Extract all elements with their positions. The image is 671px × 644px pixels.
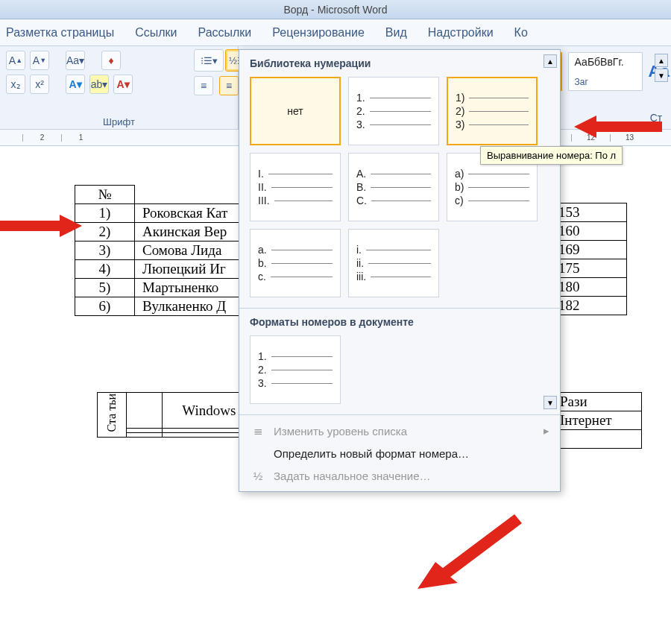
tab-page-layout[interactable]: Разметка страницы: [6, 26, 114, 40]
table-cell[interactable]: 182: [552, 297, 627, 315]
align-right-icon[interactable]: ≡: [219, 76, 239, 95]
table-articles-right: Рази Iнтернет: [552, 392, 642, 449]
gallery-scroll-up-icon[interactable]: ▲: [544, 54, 557, 68]
menu-define-new-format[interactable]: Определить новый формат номера…: [239, 442, 560, 464]
numbering-option-letter-lower[interactable]: a. b. c.: [250, 229, 341, 297]
numbering-option-dot[interactable]: 1. 2. 3.: [348, 77, 439, 145]
numbering-option-none[interactable]: нет: [250, 77, 341, 145]
gallery-header-docformats: Форматы номеров в документе: [239, 309, 560, 332]
styles-scroll-up-icon[interactable]: ▲: [655, 54, 668, 67]
grow-font-icon[interactable]: A▲: [6, 51, 25, 70]
annotation-arrow-icon: [418, 514, 522, 596]
tooltip-alignment: Выравнивание номера: По л: [480, 146, 623, 165]
table-values-fragment: 153 160 169 175 180 182: [552, 185, 627, 315]
menu-change-level: ≣ Изменить уровень списка ▸: [239, 420, 560, 442]
svg-marker-0: [574, 116, 662, 138]
table-cell[interactable]: 3): [75, 242, 135, 260]
annotation-arrow-icon: [574, 108, 664, 145]
tab-addins[interactable]: Надстройки: [428, 26, 494, 40]
table-cell[interactable]: 160: [552, 222, 627, 241]
tab-cut[interactable]: Ко: [514, 26, 528, 40]
table-cell[interactable]: Рази: [552, 393, 642, 411]
superscript-icon[interactable]: x²: [30, 75, 49, 94]
tab-review[interactable]: Рецензирование: [272, 26, 365, 40]
tab-references[interactable]: Ссылки: [135, 26, 177, 40]
annotation-arrow-icon: [0, 207, 82, 244]
numbering-option-letter-upper[interactable]: A. B. C.: [348, 153, 439, 221]
numbering-gallery: Библиотека нумерации ▲ нет 1. 2. 3. 1) 2…: [239, 49, 561, 492]
table-cell[interactable]: 6): [75, 297, 135, 316]
numbering-option-roman-upper[interactable]: I. II. III.: [250, 153, 341, 221]
indent-levels-icon: ≣: [250, 424, 266, 438]
table-students[interactable]: № 1)Роковская Кат 2)Акинская Вер 3)Сомов…: [75, 185, 262, 316]
change-case-icon[interactable]: Aa▾: [66, 51, 85, 70]
text-effects-icon[interactable]: A▾: [66, 75, 85, 94]
table-cell[interactable]: 153: [552, 203, 627, 222]
font-color-icon[interactable]: A▾: [113, 75, 133, 94]
font-group-label: Шрифт: [103, 116, 135, 127]
gallery-scroll-down-icon[interactable]: ▼: [544, 396, 557, 409]
table-cell[interactable]: 175: [552, 259, 627, 278]
ribbon-tabs: Разметка страницы Ссылки Рассылки Реценз…: [0, 19, 671, 46]
gallery-menu: ≣ Изменить уровень списка ▸ Определить н…: [239, 415, 560, 491]
rotated-label: Ста тьи: [105, 394, 119, 432]
tab-view[interactable]: Вид: [385, 26, 407, 40]
menu-set-start-value: ½ Задать начальное значение…: [239, 464, 560, 487]
title-bar: Ворд - Microsoft Word: [0, 0, 671, 19]
styles-scroll-down-icon[interactable]: ▼: [655, 69, 668, 82]
style-heading[interactable]: АаБбВвГг. Заг: [568, 52, 643, 91]
numbering-value-icon: ½: [250, 469, 266, 482]
table-cell[interactable]: 4): [75, 260, 135, 279]
blank-icon: [250, 446, 266, 460]
col-header-number: №: [75, 186, 135, 204]
subscript-icon[interactable]: x₂: [6, 75, 25, 94]
table-cell[interactable]: 169: [552, 241, 627, 259]
shrink-font-icon[interactable]: A▼: [30, 51, 49, 70]
align-left-icon[interactable]: ≡: [194, 76, 213, 95]
svg-marker-2: [418, 514, 522, 589]
numbering-option-roman-lower[interactable]: i. ii. iii.: [348, 229, 439, 297]
table-cell[interactable]: 2): [75, 223, 135, 242]
table-cell[interactable]: 180: [552, 278, 627, 297]
numbering-option-doc-1[interactable]: 1. 2. 3.: [250, 335, 341, 404]
svg-marker-1: [0, 215, 82, 237]
highlight-icon[interactable]: ab▾: [89, 75, 109, 94]
gallery-header-library: Библиотека нумерации: [239, 50, 560, 74]
bullets-icon[interactable]: ⁝☰▾: [194, 49, 224, 72]
table-cell[interactable]: 1): [75, 204, 135, 223]
clear-formatting-icon[interactable]: ♦: [101, 51, 121, 70]
tab-mailings[interactable]: Рассылки: [198, 26, 251, 40]
table-cell[interactable]: 5): [75, 279, 135, 297]
numbering-option-paren[interactable]: 1) 2) 3): [447, 77, 538, 145]
table-cell[interactable]: Iнтернет: [552, 411, 642, 430]
window-title: Ворд - Microsoft Word: [283, 4, 387, 16]
